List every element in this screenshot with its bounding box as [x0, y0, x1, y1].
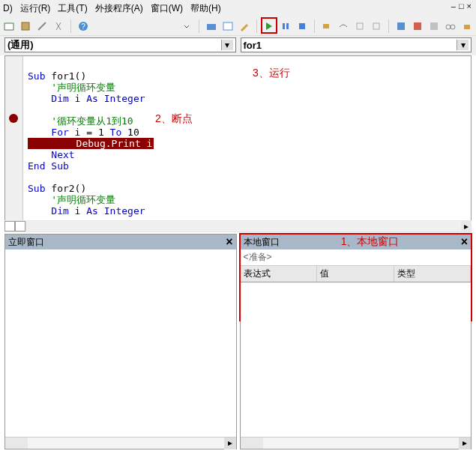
menu-window[interactable]: 窗口(W)	[151, 2, 183, 15]
glasses-icon[interactable]	[445, 20, 457, 32]
form-icon[interactable]	[222, 20, 234, 32]
breakpoint-line: Debug.Print i	[28, 138, 154, 149]
project-icon[interactable]	[395, 20, 407, 32]
procedure-dropdown[interactable]: for1 ▾	[241, 37, 472, 52]
svg-rect-11	[357, 23, 363, 29]
svg-rect-14	[414, 22, 421, 30]
view-icon[interactable]	[3, 20, 15, 32]
immediate-title-bar: 立即窗口 ×	[5, 234, 236, 249]
svg-rect-9	[299, 23, 305, 29]
dropdown-bar: (通用) ▾ for1 ▾	[0, 36, 476, 55]
immediate-window: 立即窗口 × ▸	[4, 234, 237, 450]
svg-point-17	[451, 25, 455, 29]
toolbox-icon[interactable]	[205, 20, 217, 32]
breakpoint-icon[interactable]	[9, 114, 18, 123]
scroll-right-icon[interactable]: ▸	[224, 438, 236, 450]
stop-icon[interactable]	[296, 20, 308, 32]
wand-icon[interactable]	[36, 20, 48, 32]
pause-icon[interactable]	[280, 20, 292, 32]
locals-window: 本地窗口 1、本地窗口 × <准备> 表达式 值 类型 ▸	[240, 234, 472, 450]
help-icon[interactable]: ?	[77, 20, 89, 32]
scroll-right-icon[interactable]: ▸	[461, 221, 472, 231]
code-scroll: ▸	[4, 220, 472, 232]
pencil-icon[interactable]	[238, 20, 250, 32]
full-view-tab[interactable]	[4, 221, 15, 231]
separator	[256, 19, 257, 33]
menu-help[interactable]: 帮助(H)	[190, 2, 221, 15]
svg-rect-6	[223, 22, 232, 30]
watch-icon[interactable]	[370, 20, 382, 32]
separator	[199, 19, 199, 33]
svg-rect-10	[323, 24, 329, 28]
svg-point-16	[446, 25, 451, 29]
svg-rect-8	[286, 23, 289, 29]
svg-rect-1	[22, 22, 29, 30]
maximize-icon[interactable]: □	[459, 1, 464, 10]
menu-addins[interactable]: 外接程序(A)	[95, 2, 143, 15]
insert-icon[interactable]	[19, 20, 31, 32]
svg-line-2	[38, 22, 46, 30]
run-highlight-box	[261, 17, 277, 34]
menu-d[interactable]: D)	[3, 3, 13, 13]
toolbox2-icon[interactable]	[461, 20, 473, 32]
chevron-down-icon[interactable]: ▾	[221, 40, 233, 50]
immediate-hscroll[interactable]: ▸	[5, 437, 236, 449]
chevron-down-icon[interactable]: ▾	[457, 40, 469, 50]
svg-rect-0	[4, 23, 13, 30]
object-dropdown-text: (通用)	[7, 38, 221, 52]
svg-rect-13	[397, 22, 405, 30]
arrow-icon[interactable]	[181, 20, 193, 32]
code-editor[interactable]: Sub for1() '声明循环变量 Dim i As Integer '循环变…	[4, 55, 472, 225]
step-over-icon[interactable]	[337, 20, 349, 32]
close-icon[interactable]: ×	[226, 235, 232, 249]
gutter	[5, 56, 23, 224]
proc-view-tab[interactable]	[15, 221, 25, 231]
immediate-title: 立即窗口	[8, 236, 44, 249]
properties-icon[interactable]	[412, 20, 424, 32]
code-content: Sub for1() '声明循环变量 Dim i As Integer '循环变…	[28, 59, 181, 225]
locals-hscroll[interactable]: ▸	[241, 437, 472, 449]
procedure-dropdown-text: for1	[244, 40, 457, 51]
svg-rect-12	[373, 23, 379, 29]
menu-run[interactable]: 运行(R)	[20, 2, 51, 15]
svg-rect-5	[207, 24, 216, 30]
annotation-2: 2、断点	[155, 112, 193, 126]
bottom-panes: 立即窗口 × ▸ 本地窗口 1、本地窗口 × <准备> 表达式 值 类型 ▸	[4, 234, 472, 450]
svg-rect-18	[464, 25, 470, 29]
separator	[388, 19, 389, 33]
window-controls: – □ ×	[451, 1, 472, 10]
immediate-body[interactable]	[5, 249, 236, 437]
separator	[314, 19, 315, 33]
menu-bar: D) 运行(R) 工具(T) 外接程序(A) 窗口(W) 帮助(H) – □ ×	[0, 0, 476, 16]
menu-tools[interactable]: 工具(T)	[58, 2, 87, 15]
scroll-right-icon[interactable]: ▸	[459, 438, 471, 450]
svg-rect-15	[430, 22, 438, 30]
step-out-icon[interactable]	[354, 20, 366, 32]
separator	[70, 19, 71, 33]
browser-icon[interactable]	[428, 20, 440, 32]
object-dropdown[interactable]: (通用) ▾	[4, 37, 236, 52]
svg-rect-7	[283, 23, 285, 29]
view-tabs	[4, 221, 27, 231]
minimize-icon[interactable]: –	[451, 1, 456, 10]
close-icon[interactable]: ×	[467, 1, 472, 10]
cut-icon[interactable]	[52, 20, 64, 32]
locals-body[interactable]	[241, 282, 472, 437]
svg-text:?: ?	[81, 22, 85, 31]
scroll-track[interactable]	[27, 221, 461, 231]
step-icon[interactable]	[321, 20, 333, 32]
annotation-3: 3、运行	[253, 67, 290, 80]
toolbar: ?	[0, 16, 476, 36]
